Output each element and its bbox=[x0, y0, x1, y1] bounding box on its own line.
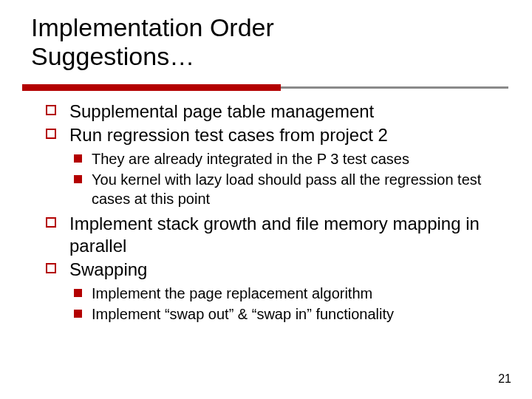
title-line-1: Implementation Order bbox=[31, 13, 274, 41]
sub-bullet-list: Implement the page replacement algorithm… bbox=[69, 284, 498, 324]
rule-red-segment bbox=[22, 84, 281, 91]
bullet-text: Swapping bbox=[69, 259, 147, 279]
bullet-text: Supplemental page table management bbox=[69, 101, 374, 121]
sub-bullet-list: They are already integrated in the P 3 t… bbox=[69, 149, 498, 208]
bullet-item: Run regression test cases from project 2… bbox=[43, 124, 498, 208]
sub-bullet-item: You kernel with lazy load should pass al… bbox=[69, 170, 498, 208]
content-area: Supplemental page table management Run r… bbox=[43, 100, 498, 328]
sub-bullet-text: They are already integrated in the P 3 t… bbox=[92, 151, 409, 167]
bullet-item: Implement stack growth and file memory m… bbox=[43, 213, 498, 257]
sub-bullet-text: Implement “swap out” & “swap in” functio… bbox=[92, 306, 394, 322]
sub-bullet-text: You kernel with lazy load should pass al… bbox=[92, 171, 481, 207]
sub-bullet-item: They are already integrated in the P 3 t… bbox=[69, 149, 498, 168]
page-number: 21 bbox=[498, 372, 511, 386]
rule-gray-segment bbox=[281, 86, 508, 89]
sub-bullet-item: Implement “swap out” & “swap in” functio… bbox=[69, 304, 498, 324]
bullet-text: Run regression test cases from project 2 bbox=[69, 125, 388, 145]
slide-title: Implementation Order Suggestions… bbox=[31, 13, 274, 71]
bullet-item: Supplemental page table management bbox=[43, 100, 498, 123]
horizontal-rule bbox=[22, 84, 508, 92]
title-line-2: Suggestions… bbox=[31, 42, 194, 70]
slide: Implementation Order Suggestions… Supple… bbox=[0, 0, 532, 399]
bullet-list: Supplemental page table management Run r… bbox=[43, 100, 498, 324]
sub-bullet-item: Implement the page replacement algorithm bbox=[69, 284, 498, 303]
sub-bullet-text: Implement the page replacement algorithm bbox=[92, 285, 372, 301]
bullet-text: Implement stack growth and file memory m… bbox=[69, 214, 480, 256]
bullet-item: Swapping Implement the page replacement … bbox=[43, 259, 498, 324]
